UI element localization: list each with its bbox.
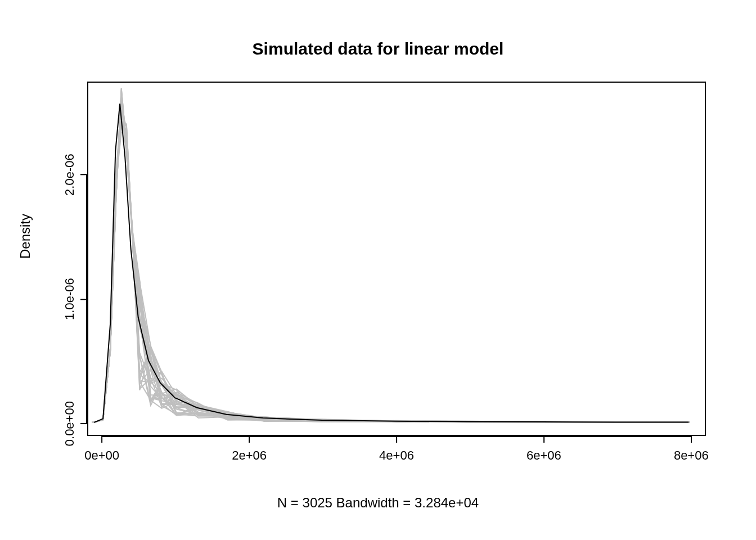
y-tick-label: 0.0e+00 (62, 401, 77, 446)
y-tick: 1.0e-06 (42, 278, 87, 321)
simulated-density-curve (92, 110, 690, 422)
simulated-density-curve (92, 92, 690, 422)
simulated-density-curve (92, 120, 690, 422)
simulated-density-curve (92, 88, 690, 422)
x-tick-label: 2e+06 (232, 448, 267, 463)
y-axis-ticks: 0.0e+001.0e-062.0e-06 (42, 82, 87, 436)
x-tick: 0e+00 (84, 436, 119, 463)
y-tick-label: 2.0e-06 (62, 154, 77, 196)
simulated-density-curve (92, 88, 690, 423)
simulated-density-curve (92, 99, 690, 422)
density-curves (88, 83, 705, 435)
x-tick-label: 4e+06 (379, 448, 414, 463)
simulated-density-curve (92, 109, 690, 422)
y-tick: 0.0e+00 (42, 401, 87, 446)
x-axis-ticks: 0e+002e+064e+066e+068e+06 (87, 436, 706, 470)
chart-subtitle: N = 3025 Bandwidth = 3.284e+04 (0, 495, 756, 511)
x-tick-label: 0e+00 (84, 448, 119, 463)
y-tick-label: 1.0e-06 (62, 278, 77, 321)
simulated-density-curve (92, 100, 690, 422)
simulated-density-curve (92, 116, 690, 422)
simulated-density-curve (92, 119, 690, 422)
simulated-density-curve (92, 92, 690, 422)
chart-title: Simulated data for linear model (0, 39, 756, 58)
simulated-density-curve (92, 120, 690, 423)
x-tick-label: 8e+06 (674, 448, 709, 463)
x-tick: 2e+06 (232, 436, 267, 463)
observed-density-curve (94, 104, 688, 422)
x-tick: 8e+06 (674, 436, 709, 463)
simulated-density-curve (92, 100, 690, 422)
x-tick-label: 6e+06 (526, 448, 561, 463)
simulated-density-curve (92, 97, 690, 422)
simulated-density-curve (92, 123, 690, 422)
simulated-density-curve (92, 120, 690, 422)
simulated-density-curve (92, 114, 690, 422)
simulated-density-curve (92, 100, 690, 422)
simulated-density-curve (92, 125, 690, 422)
simulated-density-curve (92, 111, 690, 422)
simulated-density-curve (92, 124, 690, 422)
simulated-density-curve (92, 107, 690, 422)
simulated-density-curve (92, 102, 690, 422)
simulated-density-curve (92, 101, 690, 423)
simulated-density-curve (92, 127, 690, 422)
x-tick: 6e+06 (526, 436, 561, 463)
simulated-density-curve (92, 122, 690, 422)
plot-area (87, 82, 706, 436)
chart-container: Simulated data for linear model Density … (0, 0, 756, 540)
x-tick: 4e+06 (379, 436, 414, 463)
simulated-density-curve (92, 132, 690, 422)
simulated-density-curve (92, 127, 690, 422)
simulated-density-curve (92, 90, 690, 422)
y-tick: 2.0e-06 (42, 154, 87, 196)
y-axis-label: Density (17, 0, 34, 472)
simulated-density-curve (92, 104, 690, 422)
